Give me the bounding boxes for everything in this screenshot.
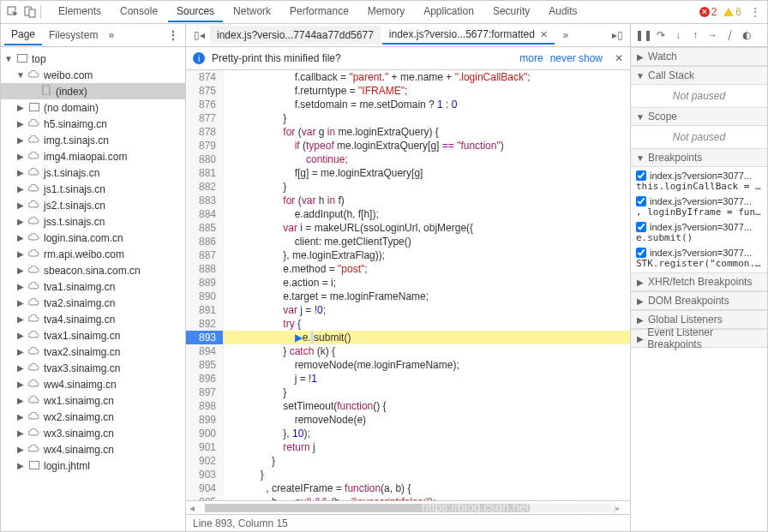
infobar-more-link[interactable]: more xyxy=(519,52,543,64)
code-line[interactable]: 899 removeNode(e) xyxy=(186,413,630,427)
twisty-icon[interactable]: ▼ xyxy=(16,70,25,80)
code-line[interactable]: 884 e.addInput(h, f[h]); xyxy=(186,207,630,221)
line-number[interactable]: 900 xyxy=(186,427,224,440)
twisty-icon[interactable]: ▶ xyxy=(16,119,25,129)
twisty-icon[interactable]: ▶ xyxy=(16,347,25,356)
pane-header-breakpoints[interactable]: ▼Breakpoints xyxy=(631,148,767,167)
scroll-left-icon[interactable]: ◂ xyxy=(189,502,201,514)
code-line[interactable]: 897 } xyxy=(186,386,630,399)
settings-more-icon[interactable]: ⋮ xyxy=(748,5,762,19)
code-line[interactable]: 901 return j xyxy=(186,440,630,454)
line-number[interactable]: 896 xyxy=(186,372,224,386)
line-number[interactable]: 897 xyxy=(186,386,224,399)
line-number[interactable]: 877 xyxy=(186,111,224,125)
tree-item[interactable]: ▶ww4.sinaimg.cn xyxy=(1,376,185,392)
tree-item[interactable]: ▶rm.api.weibo.com xyxy=(1,246,185,262)
code-line[interactable]: 898 setTimeout(function() { xyxy=(186,399,630,413)
tree-item[interactable]: ▼top xyxy=(1,51,185,67)
line-number[interactable]: 879 xyxy=(186,139,224,152)
line-number[interactable]: 890 xyxy=(186,290,224,303)
pane-header-event-listener-breakpoints[interactable]: ▶Event Listener Breakpoints xyxy=(631,329,767,348)
breakpoint-checkbox[interactable] xyxy=(636,196,646,206)
scroll-right-icon[interactable]: ▸ xyxy=(615,502,627,514)
code-line[interactable]: 881 f[g] = me.loginExtraQuery[g] xyxy=(186,166,630,180)
twisty-icon[interactable]: ▶ xyxy=(16,396,25,405)
twisty-icon[interactable]: ▶ xyxy=(16,249,25,259)
pane-header-call-stack[interactable]: ▼Call Stack xyxy=(631,66,767,85)
breakpoint-item[interactable]: index.js?version=3077..., loginByIframe … xyxy=(633,194,765,219)
code-line[interactable]: 889 e.action = i; xyxy=(186,276,630,290)
twisty-icon[interactable]: ▼ xyxy=(4,54,13,63)
twisty-icon[interactable]: ▶ xyxy=(16,412,25,421)
line-number[interactable]: 885 xyxy=(186,221,224,235)
line-number[interactable]: 905 xyxy=(186,495,224,500)
code-line[interactable]: 887 }, me.loginExtraFlag)); xyxy=(186,248,630,262)
code-line[interactable]: 895 removeNode(me.loginFrameName); xyxy=(186,358,630,372)
line-number[interactable]: 899 xyxy=(186,413,224,427)
code-line[interactable]: 892 try { xyxy=(186,317,630,331)
tab-performance[interactable]: Performance xyxy=(281,2,357,22)
line-number[interactable]: 875 xyxy=(186,84,224,98)
twisty-icon[interactable]: ▶ xyxy=(16,363,25,373)
tree-item[interactable]: ▶login.sina.com.cn xyxy=(1,230,185,246)
tab-security[interactable]: Security xyxy=(484,2,538,22)
line-number[interactable]: 881 xyxy=(186,166,224,180)
code-line[interactable]: 883 for (var h in f) xyxy=(186,194,630,207)
step-icon[interactable]: → xyxy=(706,29,718,41)
pause-exceptions-icon[interactable]: ◐ xyxy=(741,29,753,41)
line-number[interactable]: 886 xyxy=(186,235,224,248)
twisty-icon[interactable]: ▶ xyxy=(16,445,25,454)
tree-item[interactable]: ▶wx3.sinaimg.cn xyxy=(1,425,185,441)
twisty-icon[interactable]: ▶ xyxy=(16,135,25,145)
tree-item[interactable]: ▶js2.t.sinajs.cn xyxy=(1,197,185,213)
twisty-icon[interactable]: ▶ xyxy=(16,103,25,112)
twisty-icon[interactable]: ▶ xyxy=(16,233,25,242)
line-number[interactable]: 884 xyxy=(186,207,224,221)
breakpoint-item[interactable]: index.js?version=3077...STK.register("co… xyxy=(633,246,765,271)
device-icon[interactable] xyxy=(23,5,37,19)
tree-item[interactable]: (index) xyxy=(1,83,185,99)
tree-item[interactable]: ▶tva2.sinaimg.cn xyxy=(1,295,185,311)
tab-console[interactable]: Console xyxy=(111,2,166,22)
file-tab[interactable]: index.js?versio...7744aa77dd5677 xyxy=(210,26,381,45)
code-line[interactable]: 874 f.callback = "parent." + me.name + "… xyxy=(186,70,630,84)
overflow-icon[interactable]: » xyxy=(108,29,114,41)
pane-header-dom-breakpoints[interactable]: ▶DOM Breakpoints xyxy=(631,291,767,310)
step-into-icon[interactable]: ↓ xyxy=(672,29,684,41)
pane-header-scope[interactable]: ▼Scope xyxy=(631,107,767,126)
line-number[interactable]: 893 xyxy=(186,331,224,344)
code-line[interactable]: 896 j = !1 xyxy=(186,372,630,386)
line-number[interactable]: 889 xyxy=(186,276,224,290)
infobar-never-link[interactable]: never show xyxy=(550,52,603,64)
tab-memory[interactable]: Memory xyxy=(359,2,413,22)
pause-icon[interactable]: ❚❚ xyxy=(638,29,650,41)
line-number[interactable]: 904 xyxy=(186,481,224,495)
code-line[interactable]: 894 } catch (k) { xyxy=(186,344,630,358)
twisty-icon[interactable]: ▶ xyxy=(16,314,25,324)
code-line[interactable]: 879 if (typeof me.loginExtraQuery[g] == … xyxy=(186,139,630,152)
nav-toggle-icon[interactable]: ▯◂ xyxy=(189,27,208,44)
pane-header-xhr-fetch-breakpoints[interactable]: ▶XHR/fetch Breakpoints xyxy=(631,272,767,291)
tree-item[interactable]: ▶wx2.sinaimg.cn xyxy=(1,409,185,425)
tree-item[interactable]: ▶wx4.sinaimg.cn xyxy=(1,441,185,457)
code-line[interactable]: 877 } xyxy=(186,111,630,125)
line-number[interactable]: 874 xyxy=(186,70,224,84)
more-options-icon[interactable]: ⋮ xyxy=(165,29,182,41)
twisty-icon[interactable]: ▶ xyxy=(16,217,25,226)
tree-item[interactable]: ▶jss.t.sinajs.cn xyxy=(1,213,185,230)
filesystem-tab[interactable]: Filesystem xyxy=(42,26,105,45)
line-number[interactable]: 888 xyxy=(186,262,224,276)
code-line[interactable]: 903 } xyxy=(186,468,630,481)
tree-item[interactable]: ▶(no domain) xyxy=(1,99,185,116)
line-number[interactable]: 895 xyxy=(186,358,224,372)
breakpoint-checkbox[interactable] xyxy=(636,222,646,232)
code-line[interactable]: 891 var j = !0; xyxy=(186,303,630,317)
tab-application[interactable]: Application xyxy=(415,2,483,22)
twisty-icon[interactable]: ▶ xyxy=(16,200,25,210)
line-number[interactable]: 902 xyxy=(186,454,224,468)
breakpoint-checkbox[interactable] xyxy=(636,248,646,258)
tree-item[interactable]: ▶tvax2.sinaimg.cn xyxy=(1,344,185,360)
tree-item[interactable]: ▶wx1.sinaimg.cn xyxy=(1,392,185,409)
code-line[interactable]: 890 e.target = me.loginFrameName; xyxy=(186,290,630,303)
tree-item[interactable]: ▶login.jhtml xyxy=(1,457,185,474)
